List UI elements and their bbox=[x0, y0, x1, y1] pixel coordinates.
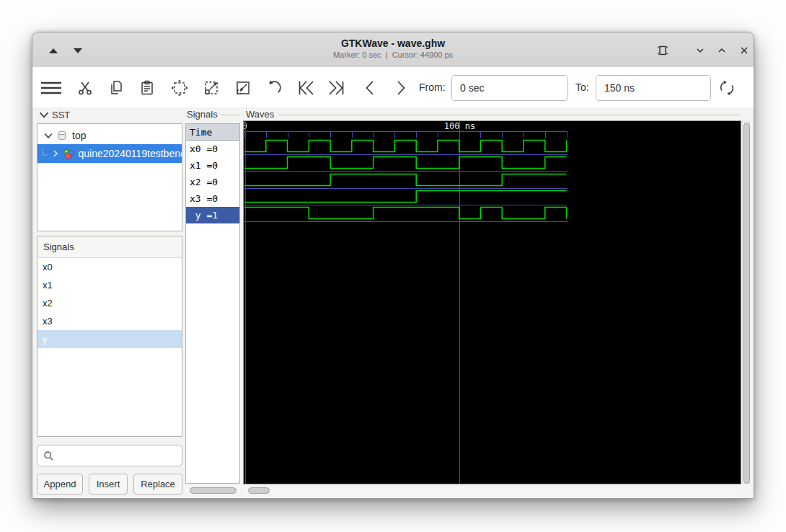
signal-list-item-x1[interactable]: x1 bbox=[37, 276, 182, 294]
step-back-button[interactable] bbox=[358, 76, 381, 99]
minimize-button[interactable] bbox=[691, 41, 710, 60]
append-button[interactable]: Append bbox=[37, 474, 83, 495]
wave-canvas[interactable]: 0100 ns bbox=[244, 121, 741, 484]
svg-text:100 ns: 100 ns bbox=[444, 121, 475, 131]
reload-button[interactable] bbox=[715, 76, 738, 99]
clipboard-paste-icon bbox=[138, 79, 156, 97]
sst-label: SST bbox=[52, 110, 70, 120]
to-label: To: bbox=[575, 81, 589, 93]
copy-icon bbox=[107, 79, 125, 97]
main-area: SST top bbox=[32, 107, 754, 499]
to-input[interactable] bbox=[596, 75, 711, 101]
wave-trace-x1 bbox=[244, 157, 567, 169]
copy-button[interactable] bbox=[105, 76, 128, 99]
paste-button[interactable] bbox=[136, 76, 159, 99]
zoom-in-area-icon bbox=[202, 79, 221, 97]
wave-trace-x3 bbox=[244, 191, 567, 203]
close-button[interactable] bbox=[735, 41, 754, 60]
wave-trace-y bbox=[244, 208, 567, 219]
window-restore-button[interactable] bbox=[653, 41, 672, 60]
chevron-down-icon[interactable] bbox=[43, 130, 53, 141]
replace-button[interactable]: Replace bbox=[133, 474, 182, 495]
signal-search-input[interactable] bbox=[37, 445, 182, 466]
close-icon bbox=[738, 45, 750, 56]
time-header[interactable]: Time bbox=[186, 124, 239, 141]
frame-line bbox=[279, 115, 741, 115]
hamburger-menu-icon bbox=[40, 79, 63, 97]
zoom-fit-button[interactable] bbox=[168, 76, 191, 99]
zoom-out-area-button[interactable] bbox=[231, 76, 255, 99]
gtkwave-window: GTKWave - wave.ghw Marker: 0 sec | Curso… bbox=[32, 32, 754, 499]
undo-button[interactable] bbox=[262, 76, 286, 99]
titlebar[interactable]: GTKWave - wave.ghw Marker: 0 sec | Curso… bbox=[32, 32, 754, 68]
tree-branch-line bbox=[40, 148, 50, 159]
zoom-fit-icon bbox=[170, 79, 189, 97]
chevron-down-icon bbox=[38, 109, 50, 120]
waves-vscrollbar[interactable] bbox=[742, 121, 750, 484]
step-forward-button[interactable] bbox=[389, 76, 412, 99]
wave-trace-x2 bbox=[244, 174, 567, 186]
scope-cylinder-icon bbox=[56, 130, 68, 141]
chevron-left-icon bbox=[361, 78, 379, 98]
signal-list-item-x2[interactable]: x2 bbox=[37, 294, 182, 312]
insert-button[interactable]: Insert bbox=[89, 474, 128, 495]
waves-frame-label: Waves bbox=[246, 109, 274, 120]
chevron-down-icon bbox=[694, 45, 706, 56]
skip-start-icon bbox=[296, 78, 317, 98]
menu-button[interactable] bbox=[40, 76, 63, 99]
skip-to-start-button[interactable] bbox=[295, 76, 318, 99]
waveform-svg: 0100 ns bbox=[244, 121, 741, 484]
values-hscrollbar[interactable] bbox=[185, 487, 240, 495]
value-row-x1[interactable]: x1 =0 bbox=[186, 157, 239, 174]
sst-tree: top quine20240119testbenc bbox=[37, 123, 182, 231]
titlebar-text: GTKWave - wave.ghw Marker: 0 sec | Curso… bbox=[32, 37, 754, 61]
marker-cursor-status: Marker: 0 sec | Cursor: 44900 ps bbox=[32, 50, 754, 61]
signals-frame-label: Signals bbox=[37, 236, 182, 258]
zoom-out-area-icon bbox=[234, 79, 252, 97]
scissors-icon bbox=[76, 79, 94, 97]
value-row-x3[interactable]: x3 =0 bbox=[186, 190, 239, 207]
value-row-x0[interactable]: x0 =0 bbox=[186, 141, 239, 157]
desktop: GTKWave - wave.ghw Marker: 0 sec | Curso… bbox=[0, 0, 786, 532]
tree-item-top[interactable]: top bbox=[37, 126, 182, 144]
wave-trace-x0 bbox=[244, 141, 567, 152]
value-row-y[interactable]: y =1 bbox=[186, 207, 239, 223]
frame-line bbox=[221, 115, 240, 115]
toolbar: From: To: bbox=[32, 67, 754, 107]
tree-item-quine[interactable]: quine20240119testbenc bbox=[37, 144, 182, 163]
chevron-right-icon[interactable] bbox=[51, 149, 60, 158]
maximize-button[interactable] bbox=[712, 41, 731, 60]
signal-search-frame: Signals x0 x1 x2 x3 y bbox=[37, 236, 182, 437]
cut-button[interactable] bbox=[74, 76, 97, 99]
signal-list-item-x3[interactable]: x3 bbox=[37, 312, 182, 330]
signal-list-item-x0[interactable]: x0 bbox=[37, 258, 182, 276]
module-colored-icon bbox=[63, 148, 74, 160]
skip-end-icon bbox=[326, 78, 346, 98]
from-input[interactable] bbox=[451, 75, 568, 101]
waves-hscrollbar-thumb[interactable] bbox=[248, 487, 270, 494]
tree-item-label: quine20240119testbenc bbox=[79, 148, 182, 159]
search-icon bbox=[43, 451, 54, 461]
from-label: From: bbox=[419, 81, 446, 93]
value-row-x2[interactable]: x2 =0 bbox=[186, 174, 239, 190]
signal-list-item-y[interactable]: y bbox=[37, 330, 182, 348]
waves-hscrollbar[interactable] bbox=[244, 487, 741, 495]
signal-values-panel: Time x0 =0 x1 =0 x2 =0 x3 =0 y =1 bbox=[185, 123, 240, 484]
chevron-right-icon bbox=[392, 78, 410, 98]
tree-item-label: top bbox=[72, 130, 86, 141]
sst-expander[interactable]: SST bbox=[38, 109, 70, 120]
window-title: GTKWave - wave.ghw bbox=[32, 37, 754, 50]
waves-vscrollbar-thumb[interactable] bbox=[743, 123, 750, 484]
undo-icon bbox=[265, 79, 283, 97]
window-restore-icon bbox=[656, 44, 669, 57]
chevron-up-icon bbox=[716, 45, 728, 56]
zoom-in-area-button[interactable] bbox=[200, 76, 223, 99]
values-frame-label: Signals bbox=[187, 109, 218, 120]
values-hscrollbar-thumb[interactable] bbox=[190, 487, 237, 494]
skip-to-end-button[interactable] bbox=[324, 76, 348, 99]
reload-icon bbox=[717, 79, 736, 97]
